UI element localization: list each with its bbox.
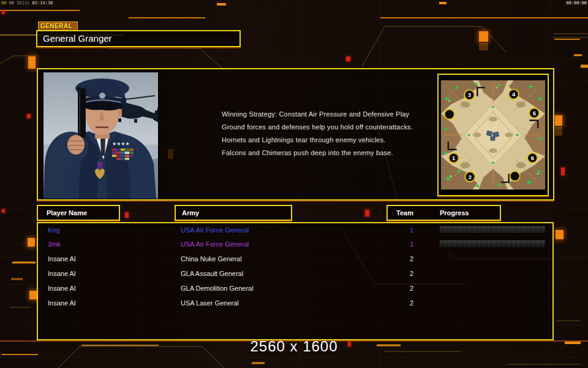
deco-square-red [561, 167, 565, 175]
clock-overlay: 00:00:00 [566, 1, 587, 6]
deco-square-orange [479, 43, 488, 50]
svg-text:2: 2 [469, 174, 472, 180]
deco-square-orange [555, 127, 562, 136]
strategy-text: Winning Strategy: Constant Air Pressure … [222, 110, 424, 162]
column-header-player-name: Player Name [37, 205, 120, 221]
start-position-marker: 3 [464, 90, 474, 100]
header-label-progress: Progress [440, 206, 469, 220]
player-name: Insane AI [48, 252, 76, 266]
overlay-value: 00 32(1) [9, 1, 30, 6]
player-team: 2 [402, 296, 421, 310]
deco-square-orange [28, 238, 35, 247]
general-title-box: General Granger [36, 30, 241, 47]
table-row: Insane AIGLA Demolition General2 [38, 282, 552, 295]
player-name: Insane AI [48, 282, 76, 295]
player-name: Insane AI [48, 267, 76, 280]
start-position-marker: 4 [509, 90, 519, 99]
strategy-line: Ground forces and defenses help you hold… [222, 123, 424, 136]
header-label: Player Name [38, 206, 119, 220]
svg-text:5: 5 [533, 110, 536, 117]
player-army: USA Air Force General [181, 237, 249, 251]
player-team: 2 [402, 252, 421, 266]
player-army: USA Air Force General [181, 223, 249, 237]
loading-screen: 08 00 32(1) 02:24:38 00:00:00 GENERAL Ge… [0, 0, 588, 368]
player-name: Kng [48, 223, 60, 237]
strategy-line: Winning Strategy: Constant Air Pressure … [222, 110, 424, 123]
player-army: USA Laser General [181, 296, 239, 310]
player-name: Insane AI [48, 296, 76, 310]
deco-square-red [125, 212, 129, 218]
header-label: Army [176, 206, 291, 220]
start-position-marker: 5 [529, 108, 539, 118]
player-list-box: KngUSA Air Force General13mkUSA Air Forc… [37, 222, 554, 340]
svg-text:1: 1 [452, 155, 455, 161]
player-army: China Nuke General [181, 252, 242, 266]
player-team: 2 [402, 267, 421, 280]
deco-square-red [346, 56, 350, 61]
deco-square-orange [555, 115, 562, 126]
deco-square-red [27, 114, 31, 118]
capture-overlay: 08 00 32(1) 02:24:38 [1, 1, 53, 6]
general-name: General Granger [37, 31, 239, 46]
resolution-text: 2560 x 1600 [0, 338, 588, 355]
svg-text:4: 4 [512, 91, 516, 98]
strategy-line: Falcons and Chimeras push deep into the … [222, 149, 424, 162]
start-position-marker: 1 [449, 153, 459, 163]
table-row: Insane AIChina Nuke General2 [38, 252, 552, 266]
strategy-line: Hornets and Lightnings tear through enem… [222, 136, 424, 149]
player-team: 1 [402, 223, 421, 237]
svg-text:3: 3 [468, 91, 471, 98]
deco-square-orange [556, 230, 564, 239]
taken-position-marker [510, 171, 519, 181]
table-row: KngUSA Air Force General1 [38, 223, 552, 237]
overlay-value: 08 [1, 1, 6, 6]
player-team: 1 [402, 237, 421, 251]
start-position-marker: 2 [465, 172, 475, 182]
progress-bar [439, 226, 546, 234]
progress-bar [439, 240, 546, 248]
column-header-team-progress: Team Progress [386, 205, 501, 221]
column-header-army: Army [175, 205, 292, 221]
general-tag: GENERAL [38, 21, 78, 31]
player-army: GLA Demolition General [181, 282, 254, 295]
table-row: Insane AIGLA Assault General2 [38, 267, 552, 280]
overlay-time: 02:24:38 [32, 1, 53, 6]
svg-text:6: 6 [531, 155, 534, 161]
player-name: 3mk [48, 237, 61, 251]
header-label-team: Team [396, 206, 413, 220]
taken-position-marker [445, 109, 454, 119]
deco-square-red [365, 210, 369, 217]
deco-square-orange [28, 56, 36, 69]
start-position-marker: 6 [527, 153, 537, 163]
deco-square-orange [479, 31, 488, 42]
svg-text:★★★★: ★★★★ [112, 141, 130, 147]
deco-square-red [2, 209, 5, 213]
player-army: GLA Assault General [181, 267, 243, 280]
table-row: Insane AIUSA Laser General2 [38, 296, 552, 310]
table-row: 3mkUSA Air Force General1 [38, 237, 552, 251]
player-team: 2 [402, 282, 421, 295]
map-preview: 123456 [440, 80, 546, 190]
deco-square-red [2, 10, 5, 14]
general-portrait: ★★★★ [43, 72, 159, 199]
